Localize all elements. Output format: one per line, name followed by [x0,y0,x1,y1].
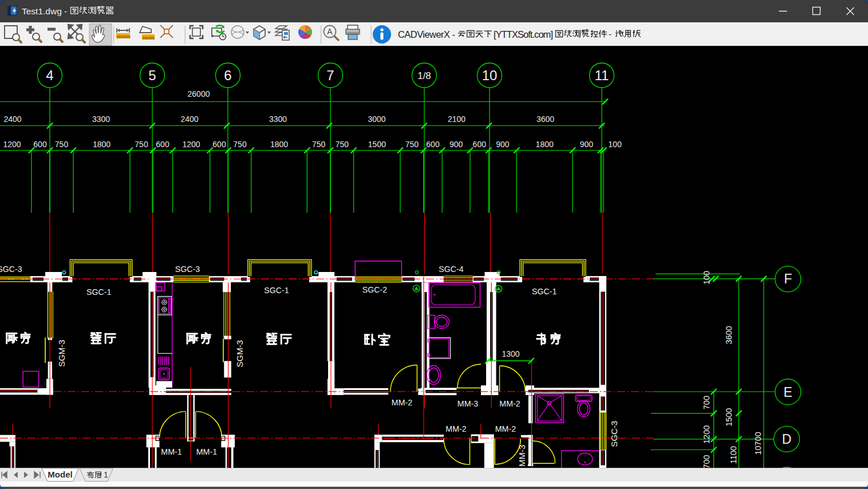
svg-text:1800: 1800 [93,139,111,148]
svg-text:MM-1: MM-1 [196,447,217,456]
svg-text:SGM-3: SGM-3 [235,340,244,367]
svg-text:SGC-3: SGC-3 [0,265,22,274]
svg-text:700: 700 [702,395,711,409]
svg-text:600: 600 [33,139,47,148]
svg-text:MM-1: MM-1 [161,447,182,456]
svg-text:1800: 1800 [536,139,554,148]
svg-text:100: 100 [702,270,711,284]
svg-text:26000: 26000 [188,89,210,98]
svg-text:100: 100 [608,139,622,148]
svg-text:2100: 2100 [448,114,465,123]
svg-text:A: A [327,27,333,36]
svg-text:750: 750 [135,139,148,148]
svg-text:4: 4 [46,67,53,82]
svg-text:[YTTXSoft.com]: [YTTXSoft.com] [494,29,553,40]
svg-text:CADViewerX -: CADViewerX - [398,29,455,40]
svg-text:SGC-3: SGC-3 [175,265,200,274]
svg-text:2400: 2400 [3,114,21,123]
svg-text:700: 700 [702,455,711,468]
svg-text:750: 750 [312,139,326,148]
svg-text:SGM-3: SGM-3 [57,340,66,367]
svg-text:MM-2: MM-2 [392,397,412,407]
svg-text:600: 600 [156,139,169,148]
svg-text:10700: 10700 [753,432,763,455]
svg-text:1800: 1800 [270,139,288,148]
svg-text:1/8: 1/8 [417,70,431,81]
svg-text:MM-2: MM-2 [499,399,520,408]
svg-text:D: D [782,431,792,446]
svg-text:1500: 1500 [724,408,733,426]
svg-text:1200: 1200 [182,139,200,148]
svg-text:3000: 3000 [368,114,385,123]
svg-text:750: 750 [55,139,69,148]
svg-text:10: 10 [482,67,498,82]
svg-text:5: 5 [148,67,156,82]
svg-text:1200: 1200 [3,139,21,148]
svg-text:600: 600 [473,139,487,148]
svg-text:11: 11 [595,67,609,82]
svg-text:750: 750 [405,139,419,148]
svg-text:-: - [609,29,611,39]
svg-text:SGC-1: SGC-1 [264,286,289,295]
svg-text:SGC-2: SGC-2 [362,285,387,294]
svg-text:2400: 2400 [180,114,198,123]
svg-text:3600: 3600 [536,114,554,123]
svg-text:SGC-1: SGC-1 [532,287,557,296]
svg-text:600: 600 [212,139,226,148]
svg-text:SGC-3: SGC-3 [609,420,619,447]
svg-text:1200: 1200 [702,425,711,443]
svg-text:SGC-4: SGC-4 [439,264,463,273]
svg-text:900: 900 [580,139,594,148]
svg-text:3300: 3300 [92,114,110,123]
svg-text:750: 750 [233,139,247,148]
svg-text:Model: Model [48,470,72,479]
svg-text:MM-2: MM-2 [445,424,466,433]
svg-text:1500: 1500 [368,139,386,148]
svg-text:SGC-1: SGC-1 [86,287,111,297]
svg-text:MM-2: MM-2 [495,424,516,433]
svg-text:6: 6 [224,67,231,82]
svg-text:600: 600 [426,139,440,148]
svg-text:3600: 3600 [724,326,733,344]
svg-text:F: F [784,271,792,286]
svg-text:900: 900 [496,139,510,148]
svg-text:Test1.dwg -: Test1.dwg - [22,6,67,16]
svg-text:1: 1 [104,470,108,479]
svg-text:1100: 1100 [729,445,738,463]
svg-text:MM-3: MM-3 [457,399,478,408]
svg-text:7: 7 [326,67,334,82]
svg-text:750: 750 [336,139,349,148]
svg-text:900: 900 [449,139,463,148]
svg-text:MM-3: MM-3 [517,444,527,466]
svg-text:E: E [784,384,792,399]
svg-text:1300: 1300 [502,349,519,358]
svg-text:3300: 3300 [269,114,287,123]
